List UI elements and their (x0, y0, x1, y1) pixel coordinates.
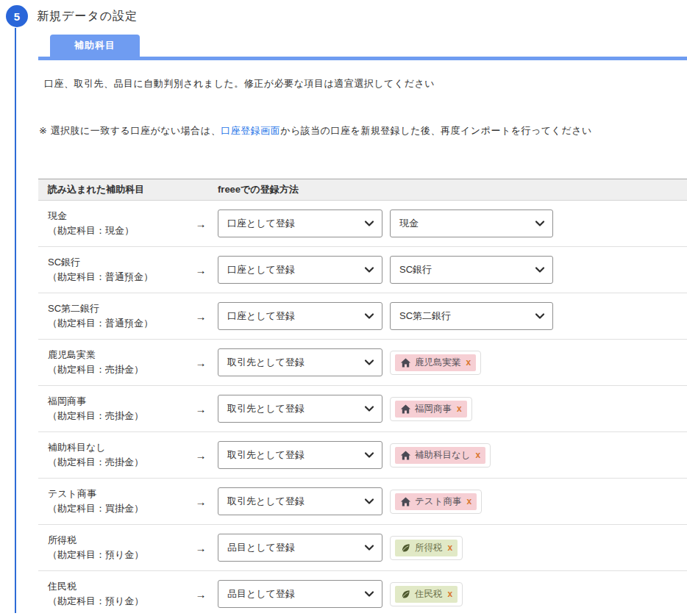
source-account: （勘定科目：売掛金） (48, 409, 184, 423)
partner-tag: テスト商事x (390, 490, 482, 514)
remove-tag-button[interactable]: x (448, 542, 453, 553)
partner-tag: 補助科目なしx (390, 443, 491, 468)
column-header-source: 読み込まれた補助科目 (38, 182, 184, 197)
table-row: SC銀行（勘定科目：普通預金） → 口座として登録 SC銀行 (38, 247, 687, 293)
arrow: → (184, 542, 218, 554)
method-select[interactable]: 取引先として登録 (218, 441, 382, 469)
source-name: 補助科目なし (48, 442, 106, 453)
partner-tag: 鹿児島実業x (390, 351, 481, 375)
remove-tag-button[interactable]: x (466, 496, 471, 506)
arrow: → (184, 264, 218, 276)
arrow: → (184, 357, 218, 369)
chevron-down-icon (364, 357, 374, 368)
chevron-down-icon (364, 265, 374, 275)
arrow: → (184, 403, 218, 415)
method-select[interactable]: 口座として登録 (218, 256, 382, 284)
table-row: 鹿児島実業（勘定科目：売掛金） → 取引先として登録 鹿児島実業x (38, 340, 687, 386)
target-account-select[interactable]: 現金 (390, 209, 553, 237)
tab-underline (38, 57, 687, 60)
method-select[interactable]: 取引先として登録 (218, 348, 382, 376)
source-account: （勘定科目：普通預金） (48, 316, 184, 331)
arrow: → (184, 218, 218, 230)
table-row: 所得税（勘定科目：預り金） → 品目として登録 所得税x (38, 525, 687, 571)
arrow: → (184, 495, 218, 508)
method-select[interactable]: 口座として登録 (218, 209, 382, 237)
arrow: → (184, 310, 218, 323)
source-name: テスト商事 (48, 488, 96, 499)
auto-detect-notice: 口座、取引先、品目に自動判別されました。修正が必要な項目は適宜選択してください (38, 77, 687, 90)
table-row: テスト商事（勘定科目：買掛金） → 取引先として登録 テスト商事x (38, 479, 687, 525)
arrow: → (184, 588, 218, 601)
table-row: 現金（勘定科目：現金） → 口座として登録 現金 (38, 201, 687, 247)
chevron-down-icon (364, 218, 374, 229)
page-title: 新規データの設定 (37, 9, 138, 24)
home-icon (400, 450, 411, 461)
method-select[interactable]: 取引先として登録 (218, 487, 382, 515)
remove-tag-button[interactable]: x (466, 357, 471, 368)
source-account: （勘定科目：売掛金） (48, 455, 184, 470)
source-account: （勘定科目：売掛金） (48, 362, 184, 377)
source-account: （勘定科目：預り金） (48, 548, 184, 562)
method-select[interactable]: 品目として登録 (218, 534, 382, 562)
source-account: （勘定科目：買掛金） (48, 501, 184, 516)
step-header: 5 新規データの設定 (0, 0, 687, 28)
note-prefix: ※ 選択肢に一致する口座がない場合は、 (39, 125, 221, 136)
item-tag: 住民税x (390, 582, 463, 606)
source-name: 住民税 (48, 581, 76, 592)
source-name: SC銀行 (48, 257, 80, 268)
chevron-down-icon (535, 311, 545, 321)
source-name: 福岡商事 (48, 395, 86, 407)
home-icon (400, 404, 411, 415)
method-select[interactable]: 品目として登録 (218, 580, 382, 608)
source-name: 鹿児島実業 (48, 349, 96, 360)
chevron-down-icon (364, 589, 374, 599)
step-number-badge: 5 (6, 5, 28, 27)
leaf-icon (400, 589, 411, 600)
partner-tag: 福岡商事x (390, 397, 472, 421)
chevron-down-icon (535, 218, 545, 229)
source-account: （勘定科目：預り金） (48, 594, 184, 609)
home-icon (400, 496, 411, 507)
chevron-down-icon (364, 542, 374, 553)
source-name: 現金 (48, 210, 67, 221)
chevron-down-icon (364, 404, 374, 414)
note-suffix: から該当の口座を新規登録した後、再度インポートを行ってください (280, 125, 592, 136)
method-select[interactable]: 取引先として登録 (218, 395, 382, 423)
account-register-link[interactable]: 口座登録画面 (221, 125, 280, 136)
item-tag: 所得税x (390, 536, 463, 560)
step-content-panel: 補助科目 口座、取引先、品目に自動判別されました。修正が必要な項目は適宜選択して… (15, 28, 687, 613)
table-header-row: 読み込まれた補助科目 freeeでの登録方法 (38, 179, 687, 201)
leaf-icon (400, 542, 411, 554)
chevron-down-icon (364, 450, 374, 460)
method-select[interactable]: 口座として登録 (218, 302, 382, 330)
chevron-down-icon (364, 496, 374, 506)
target-account-select[interactable]: SC銀行 (390, 256, 553, 284)
source-account: （勘定科目：現金） (48, 223, 184, 238)
account-register-note: ※ 選択肢に一致する口座がない場合は、口座登録画面から該当の口座を新規登録した後… (38, 124, 687, 137)
table-row: 住民税（勘定科目：預り金） → 品目として登録 住民税x (38, 571, 687, 616)
remove-tag-button[interactable]: x (457, 404, 462, 414)
source-name: 所得税 (48, 534, 76, 545)
chevron-down-icon (364, 311, 374, 321)
column-header-method: freeeでの登録方法 (218, 183, 386, 196)
chevron-down-icon (535, 265, 545, 275)
table-row: 福岡商事（勘定科目：売掛金） → 取引先として登録 福岡商事x (38, 386, 687, 432)
remove-tag-button[interactable]: x (476, 450, 481, 460)
mapping-table: 読み込まれた補助科目 freeeでの登録方法 現金（勘定科目：現金） → 口座と… (38, 179, 687, 616)
tab-bar: 補助科目 (38, 28, 687, 60)
arrow: → (184, 449, 218, 462)
remove-tag-button[interactable]: x (448, 589, 453, 599)
source-account: （勘定科目：普通預金） (48, 270, 184, 284)
target-account-select[interactable]: SC第二銀行 (390, 302, 553, 330)
table-row: SC第二銀行（勘定科目：普通預金） → 口座として登録 SC第二銀行 (38, 293, 687, 340)
tab-sub-account[interactable]: 補助科目 (50, 35, 140, 57)
source-name: SC第二銀行 (48, 303, 99, 314)
table-row: 補助科目なし（勘定科目：売掛金） → 取引先として登録 補助科目なしx (38, 432, 687, 479)
home-icon (400, 357, 411, 368)
